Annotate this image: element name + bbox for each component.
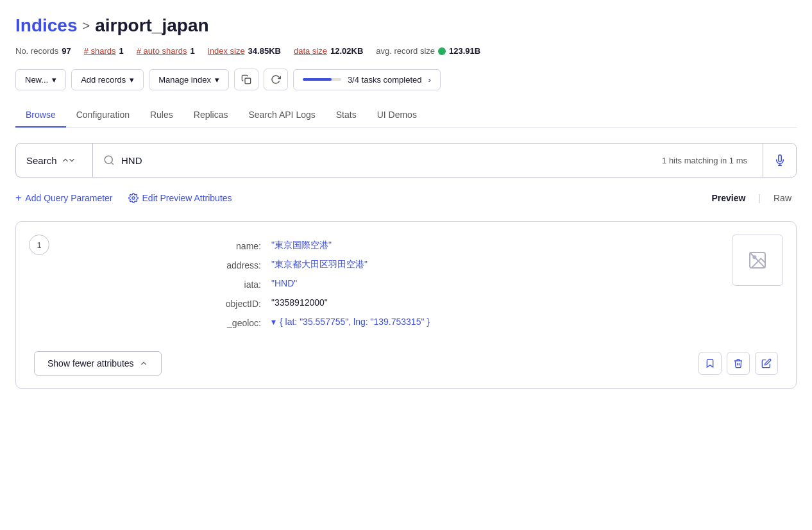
- field-name-geoloc: _geoloc:: [182, 317, 271, 328]
- trash-icon: [733, 358, 743, 369]
- index-size-link[interactable]: index size: [208, 46, 245, 56]
- stat-auto-shards: # auto shards 1: [137, 46, 195, 56]
- view-preview-button[interactable]: Preview: [706, 190, 750, 206]
- auto-shards-link[interactable]: # auto shards: [137, 46, 187, 56]
- stat-data-size: data size 12.02KB: [294, 46, 363, 56]
- tasks-chevron-icon: ›: [428, 75, 431, 85]
- tasks-label: 3/4 tasks completed: [348, 75, 422, 85]
- refresh-icon: [271, 74, 281, 85]
- search-type-selector[interactable]: Search: [16, 144, 93, 177]
- svg-rect-0: [245, 78, 251, 84]
- breadcrumb-indices[interactable]: Indices: [15, 15, 77, 36]
- add-records-label: Add records: [81, 75, 126, 85]
- hits-text: 1 hits matching in 1 ms: [662, 156, 752, 165]
- new-button[interactable]: New... ▾: [15, 69, 66, 90]
- manage-index-button[interactable]: Manage index ▾: [149, 69, 229, 90]
- field-value-iata: "HND": [271, 278, 630, 290]
- data-size-value: 12.02KB: [330, 46, 363, 56]
- edit-preview-attributes-button[interactable]: Edit Preview Attributes: [128, 193, 232, 203]
- stats-row: No. records 97 # shards 1 # auto shards …: [15, 46, 797, 56]
- mic-button[interactable]: [763, 144, 796, 177]
- avg-record-size-value: 123.91B: [449, 46, 480, 56]
- breadcrumb-separator: >: [82, 19, 90, 33]
- tab-replicas[interactable]: Replicas: [183, 103, 239, 128]
- add-query-plus-icon: +: [15, 192, 21, 204]
- shards-value: 1: [119, 46, 124, 56]
- field-name-objectid: objectID:: [182, 297, 271, 309]
- tabs-bar: Browse Configuration Rules Replicas Sear…: [15, 103, 797, 128]
- stat-no-records: No. records 97: [15, 46, 71, 56]
- field-value-geoloc: ▾ { lat: "35.557755", lng: "139.753315" …: [271, 317, 630, 328]
- bookmark-button[interactable]: [698, 352, 722, 375]
- copy-button[interactable]: [234, 69, 258, 90]
- edit-preview-label: Edit Preview Attributes: [142, 193, 232, 203]
- svg-point-1: [105, 156, 112, 163]
- stat-shards: # shards 1: [84, 46, 124, 56]
- manage-index-label: Manage index: [158, 75, 211, 85]
- no-image-icon: [747, 250, 768, 270]
- record-actions: Show fewer attributes: [34, 341, 778, 376]
- tab-browse[interactable]: Browse: [15, 103, 66, 128]
- add-query-parameter-button[interactable]: + Add Query Parameter: [15, 192, 113, 204]
- add-records-chevron-icon: ▾: [130, 75, 134, 85]
- new-button-label: New...: [25, 75, 48, 85]
- progress-bar-container: [303, 78, 341, 81]
- delete-button[interactable]: [727, 352, 750, 375]
- data-size-link[interactable]: data size: [294, 46, 327, 56]
- progress-bar-fill: [303, 78, 332, 81]
- tab-configuration[interactable]: Configuration: [66, 103, 140, 128]
- no-records-label: No. records: [15, 46, 58, 56]
- copy-icon: [241, 74, 251, 85]
- chevron-up-icon: [139, 359, 148, 368]
- shards-link[interactable]: # shards: [84, 46, 116, 56]
- status-dot: [438, 47, 446, 55]
- show-fewer-label: Show fewer attributes: [47, 358, 134, 369]
- search-type-chevron-down-icon: [67, 156, 76, 165]
- show-fewer-attributes-button[interactable]: Show fewer attributes: [34, 351, 162, 376]
- tab-stats[interactable]: Stats: [326, 103, 367, 128]
- manage-index-chevron-icon: ▾: [215, 75, 219, 85]
- search-input-area: 1 hits matching in 1 ms: [93, 154, 763, 166]
- search-input[interactable]: [121, 155, 656, 166]
- toolbar: New... ▾ Add records ▾ Manage index ▾ 3/…: [15, 69, 797, 90]
- tab-ui-demos[interactable]: UI Demos: [367, 103, 427, 128]
- record-preview-image: [732, 235, 783, 286]
- mic-icon: [774, 154, 786, 166]
- query-row: + Add Query Parameter Edit Preview Attri…: [15, 190, 797, 206]
- breadcrumb-current-index: airport_japan: [95, 15, 208, 36]
- stat-avg-record-size: avg. record size 123.91B: [376, 46, 480, 56]
- breadcrumb: Indices > airport_japan: [15, 15, 797, 36]
- tab-search-api-logs[interactable]: Search API Logs: [238, 103, 325, 128]
- field-name-iata: iata:: [182, 278, 271, 290]
- avg-record-size-label: avg. record size: [376, 46, 435, 56]
- tab-rules[interactable]: Rules: [140, 103, 183, 128]
- geoloc-chevron-icon[interactable]: ▾: [271, 317, 276, 327]
- refresh-button[interactable]: [264, 69, 288, 90]
- field-value-objectid: "3358912000": [271, 297, 630, 309]
- svg-line-2: [111, 162, 113, 164]
- field-name-name: name:: [182, 240, 271, 251]
- new-chevron-icon: ▾: [52, 75, 56, 85]
- bookmark-icon: [705, 358, 715, 369]
- view-raw-button[interactable]: Raw: [768, 190, 797, 206]
- search-row: Search 1 hits matching in 1 ms: [15, 143, 797, 178]
- view-toggle: Preview | Raw: [706, 190, 797, 206]
- record-card: 1 name: "東京国際空港" address: "東京都大田区羽田空港" i…: [15, 221, 797, 389]
- index-size-value: 34.85KB: [248, 46, 281, 56]
- tasks-progress-button[interactable]: 3/4 tasks completed ›: [293, 69, 441, 90]
- field-name-address: address:: [182, 259, 271, 270]
- add-records-button[interactable]: Add records ▾: [71, 69, 144, 90]
- record-number: 1: [29, 235, 49, 255]
- gear-icon: [128, 193, 139, 203]
- edit-icon: [761, 358, 772, 369]
- view-divider: |: [758, 193, 761, 203]
- field-value-address: "東京都大田区羽田空港": [271, 259, 630, 270]
- geoloc-value: { lat: "35.557755", lng: "139.753315" }: [280, 317, 430, 327]
- record-action-icons: [698, 352, 778, 375]
- svg-point-5: [132, 197, 135, 199]
- add-query-label: Add Query Parameter: [25, 193, 112, 203]
- field-value-name: "東京国際空港": [271, 240, 630, 251]
- edit-button[interactable]: [755, 352, 778, 375]
- record-fields: name: "東京国際空港" address: "東京都大田区羽田空港" iat…: [182, 240, 630, 328]
- stat-index-size: index size 34.85KB: [208, 46, 281, 56]
